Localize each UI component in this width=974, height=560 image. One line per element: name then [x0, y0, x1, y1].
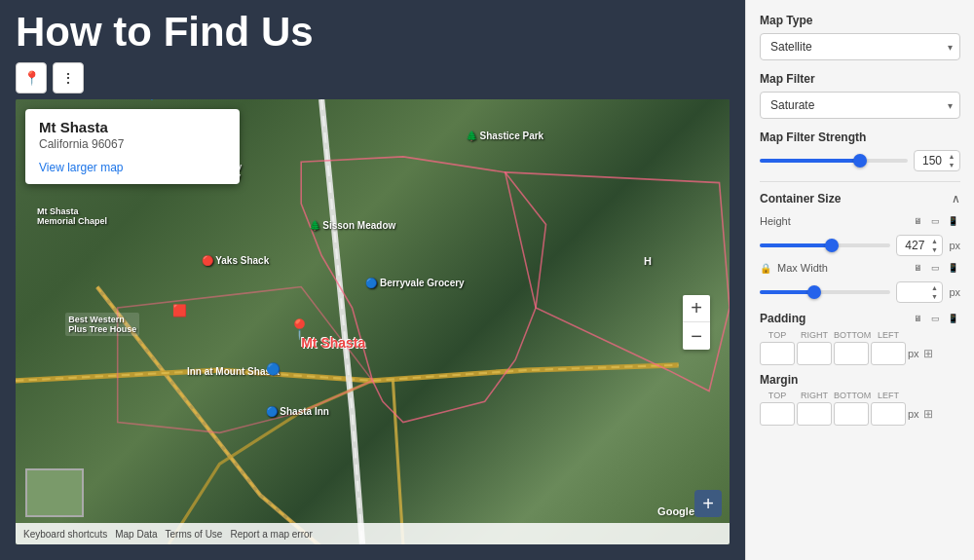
map-background: 🌲 Shastice Park Mt ShastaMemorial Chapel… [16, 99, 730, 544]
map-footer: Keyboard shortcuts Map Data Terms of Use… [16, 523, 730, 544]
keyboard-shortcuts-link[interactable]: Keyboard shortcuts [23, 529, 107, 540]
map-data-link[interactable]: Map Data [115, 529, 157, 540]
report-link[interactable]: Report a map error [230, 529, 312, 540]
padding-bottom-input[interactable] [834, 342, 869, 365]
padding-tablet-icon[interactable]: ▭ [927, 311, 943, 326]
pin-button[interactable]: 📍 [16, 62, 47, 93]
filter-strength-down[interactable]: ▼ [945, 161, 958, 169]
filter-strength-input-wrapper: ▲ ▼ [914, 150, 960, 171]
margin-bottom-input[interactable] [834, 402, 869, 426]
padding-link-icon[interactable]: ⊞ [923, 347, 933, 360]
height-track[interactable] [760, 243, 890, 247]
filter-strength-track[interactable] [760, 159, 908, 163]
view-larger-map-link[interactable]: View larger map [39, 161, 226, 174]
padding-right-label: RIGHT [797, 330, 832, 340]
more-button[interactable]: ⋮ [53, 62, 84, 93]
padding-label: Padding [760, 312, 906, 325]
height-mobile-icon[interactable]: 📱 [945, 213, 960, 229]
terms-link[interactable]: Terms of Use [166, 529, 223, 540]
padding-left-label: LEFT [871, 330, 906, 340]
margin-inputs: px ⊞ [760, 402, 960, 426]
map-filter-strength-label: Map Filter Strength [760, 131, 960, 144]
height-icons: 🖥 ▭ 📱 [910, 213, 960, 229]
directions-link[interactable]: Directions [169, 99, 226, 102]
filter-strength-spinners: ▲ ▼ [945, 152, 958, 169]
height-desktop-icon[interactable]: 🖥 [910, 213, 925, 229]
padding-mobile-icon[interactable]: 📱 [945, 311, 960, 326]
padding-top-label: TOP [760, 330, 795, 340]
height-spinners: ▲ ▼ [927, 237, 941, 254]
directions-icon: ➤ [149, 99, 164, 105]
max-width-thumb[interactable] [807, 285, 821, 299]
max-width-icons: 🖥 ▭ 📱 [910, 260, 960, 276]
margin-label: Margin [760, 373, 960, 387]
height-px-label: px [949, 240, 960, 251]
height-label: Height [760, 215, 820, 227]
map-filter-select[interactable]: Saturate None Grayscale Sepia [760, 92, 960, 119]
padding-right-input[interactable] [797, 342, 832, 365]
max-width-up[interactable]: ▲ [927, 283, 941, 292]
zoom-out-button[interactable]: − [683, 322, 710, 350]
divider-1 [760, 181, 960, 182]
max-width-mobile-icon[interactable]: 📱 [945, 260, 960, 276]
padding-icons: 🖥 ▭ 📱 [910, 311, 960, 326]
mini-map[interactable] [25, 468, 84, 517]
max-width-spinners: ▲ ▼ [927, 283, 941, 301]
page-title: How to Find Us [16, 0, 730, 62]
map-type-select-wrapper: Satellite Roadmap Terrain Hybrid ▾ [760, 33, 960, 60]
padding-desktop-icon[interactable]: 🖥 [910, 311, 925, 326]
map-zoom-controls: + − [683, 295, 710, 350]
max-width-input-wrapper: ▲ ▼ [896, 281, 943, 303]
margin-right-input[interactable] [797, 402, 832, 426]
padding-section: Padding 🖥 ▭ 📱 TOP RIGHT BOTTOM LEFT px ⊞ [760, 311, 960, 365]
margin-bottom-label: BOTTOM [834, 391, 869, 400]
map-filter-select-wrapper: Saturate None Grayscale Sepia ▾ [760, 92, 960, 119]
padding-bottom-label: BOTTOM [834, 330, 869, 340]
filter-strength-thumb[interactable] [853, 154, 867, 168]
map-toolbar: 📍 ⋮ [16, 62, 730, 93]
height-tablet-icon[interactable]: ▭ [927, 213, 943, 229]
google-logo: Google [657, 505, 694, 517]
margin-top-input[interactable] [760, 402, 795, 426]
left-panel: How to Find Us 📍 ⋮ [0, 0, 745, 560]
directions-button[interactable]: ➤ Directions [149, 99, 226, 105]
filter-strength-up[interactable]: ▲ [945, 152, 958, 161]
margin-link-icon[interactable]: ⊞ [923, 407, 933, 421]
max-width-row: 🔒 Max Width 🖥 ▭ 📱 [760, 260, 960, 276]
height-row: Height 🖥 ▭ 📱 [760, 213, 960, 229]
height-thumb[interactable] [825, 239, 839, 252]
margin-left-input[interactable] [871, 402, 906, 426]
height-slider-row: ▲ ▼ px [760, 235, 960, 256]
margin-header: Margin [760, 373, 960, 387]
max-width-track[interactable] [760, 290, 890, 294]
max-width-fill [760, 290, 814, 294]
margin-right-label: RIGHT [797, 391, 832, 400]
height-input-wrapper: ▲ ▼ [896, 235, 943, 256]
margin-section: Margin TOP RIGHT BOTTOM LEFT px ⊞ [760, 373, 960, 426]
height-down[interactable]: ▼ [927, 245, 941, 254]
max-width-desktop-icon[interactable]: 🖥 [910, 260, 925, 276]
height-fill [760, 243, 832, 247]
padding-left-input[interactable] [871, 342, 906, 365]
margin-trbl-labels: TOP RIGHT BOTTOM LEFT [760, 391, 960, 400]
lock-icon: 🔒 [760, 263, 771, 274]
popup-subtitle: California 96067 [39, 137, 124, 151]
container-size-header: Container Size ∧ [760, 192, 960, 205]
padding-top-input[interactable] [760, 342, 795, 365]
filter-strength-fill [760, 159, 860, 163]
height-up[interactable]: ▲ [927, 237, 941, 245]
map-type-select[interactable]: Satellite Roadmap Terrain Hybrid [760, 33, 960, 60]
padding-header: Padding 🖥 ▭ 📱 [760, 311, 960, 326]
map-container: 🌲 Shastice Park Mt ShastaMemorial Chapel… [16, 99, 730, 544]
container-size-label: Container Size [760, 192, 841, 205]
map-filter-label: Map Filter [760, 72, 960, 86]
max-width-slider-row: ▲ ▼ px [760, 281, 960, 303]
max-width-label: Max Width [777, 262, 838, 274]
max-width-down[interactable]: ▼ [927, 292, 941, 301]
collapse-icon[interactable]: ∧ [952, 192, 960, 205]
max-width-tablet-icon[interactable]: ▭ [927, 260, 943, 276]
padding-px-label: px [908, 348, 919, 359]
popup-title: Mt Shasta [39, 119, 124, 135]
add-block-button[interactable]: + [694, 490, 722, 517]
zoom-in-button[interactable]: + [683, 295, 710, 322]
